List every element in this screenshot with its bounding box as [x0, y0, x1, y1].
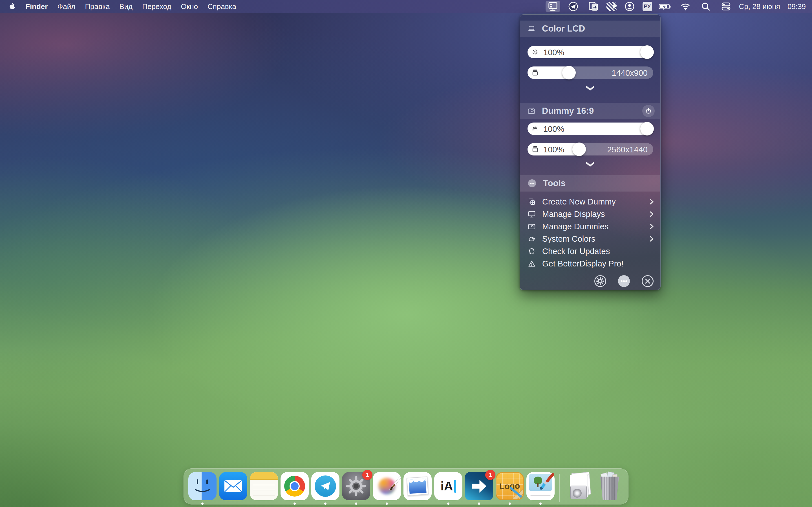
battery-icon[interactable] [658, 1, 672, 12]
brightness-value: 100% [543, 48, 564, 57]
running-indicator [539, 503, 542, 505]
trash-basket [599, 476, 620, 500]
menu-bar-status: РУ [546, 1, 812, 12]
control-center-icon[interactable] [719, 1, 733, 12]
dummy-resolution-slider[interactable]: 100% 2560x1440 [527, 143, 653, 156]
menubar-time: 09:39 [788, 2, 806, 11]
dummy-header: Dummy 16:9 [520, 103, 660, 119]
menu-item-label: Create New Dummy [542, 197, 642, 207]
menu-go[interactable]: Переход [142, 2, 171, 11]
ia-writer-logo-text: iA [441, 479, 453, 493]
text-cursor-bar [454, 480, 456, 493]
dock-paint-app[interactable] [373, 472, 401, 505]
notification-badge: 1 [362, 470, 372, 480]
wifi-icon[interactable] [678, 1, 693, 12]
refresh-icon [527, 247, 536, 256]
menubar-date: Ср, 28 июня [739, 2, 780, 11]
dock-share-arrow-app[interactable]: 1 [465, 472, 493, 505]
menu-item-manage-displays[interactable]: Manage Displays [520, 208, 660, 220]
dock-ia-writer[interactable]: iA [434, 472, 462, 505]
cloud-moon-icon [527, 235, 536, 243]
resolution-icon [531, 69, 539, 78]
resolution-knob[interactable] [572, 143, 586, 156]
dock-system-settings[interactable]: 1 [342, 472, 370, 505]
running-indicator [447, 503, 449, 505]
dock-chrome[interactable] [281, 472, 309, 505]
hard-drive-icon [570, 486, 587, 499]
colorlcd-brightness-slider[interactable]: 100% [527, 46, 653, 58]
running-indicator [386, 503, 388, 505]
menu-bar: Finder Файл Правка Вид Переход Окно Спра… [0, 0, 812, 13]
dock-mail[interactable] [219, 472, 247, 505]
menu-edit[interactable]: Правка [85, 2, 110, 11]
running-indicator [355, 503, 357, 505]
running-indicator [478, 503, 480, 505]
duplicate-plus-icon [527, 198, 536, 206]
dock-backup-paint-app[interactable] [526, 472, 555, 505]
dock-finder[interactable] [188, 472, 216, 505]
input-source-indicator[interactable]: РУ [643, 2, 652, 11]
dock: 1 iA [184, 468, 628, 504]
dummy-power-button[interactable] [642, 105, 655, 117]
betterdisplay-menubar-icon[interactable] [546, 1, 560, 12]
spotlight-search-icon[interactable] [698, 1, 713, 12]
desktop-wallpaper: Finder Файл Правка Вид Переход Окно Спра… [0, 0, 812, 507]
monitor-icon [527, 210, 536, 218]
resolution-value: 1440x900 [612, 68, 648, 78]
dock-image-viewer[interactable] [403, 472, 432, 505]
menu-window[interactable]: Окно [181, 2, 198, 11]
dock-telegram[interactable] [311, 472, 340, 505]
menu-item-create-new-dummy[interactable]: Create New Dummy [520, 195, 660, 208]
striped-screen-menubar-icon[interactable] [606, 2, 617, 11]
menu-item-label: Get BetterDisplay Pro! [542, 259, 655, 269]
submenu-chevron-icon [649, 235, 655, 242]
menu-file[interactable]: Файл [57, 2, 75, 11]
apple-menu-icon[interactable] [8, 2, 16, 11]
dummy-brightness-slider[interactable]: 100% [527, 122, 653, 135]
colorlcd-expand-chevron[interactable] [520, 84, 660, 92]
laptop-display-icon [527, 24, 536, 33]
dock-divider [559, 474, 560, 502]
menu-help[interactable]: Справка [207, 2, 236, 11]
menu-bar-left: Finder Файл Правка Вид Переход Окно Спра… [0, 2, 236, 11]
menu-item-get-betterdisplay-pro[interactable]: Get BetterDisplay Pro! [520, 258, 660, 270]
menu-view[interactable]: Вид [119, 2, 133, 11]
dock-notes[interactable] [250, 472, 278, 505]
dummy-display-icon [527, 107, 536, 115]
display-name: Color LCD [542, 24, 585, 34]
more-options-button[interactable] [617, 275, 630, 288]
app-menu-finder[interactable]: Finder [26, 2, 48, 11]
menu-item-label: Check for Updates [542, 247, 655, 256]
sunrise-brightness-icon [531, 125, 539, 134]
brightness-sun-icon [531, 48, 539, 57]
warning-triangle-icon [527, 260, 536, 268]
brightness-knob[interactable] [640, 45, 654, 59]
running-indicator [509, 503, 511, 505]
menu-item-manage-dummies[interactable]: Manage Dummies [520, 220, 660, 233]
running-indicator [201, 503, 204, 505]
menu-item-check-for-updates[interactable]: Check for Updates [520, 245, 660, 258]
user-account-menubar-icon[interactable] [622, 1, 637, 12]
display-paperclip-icon [527, 222, 536, 231]
tools-ellipsis-icon [527, 179, 537, 188]
settings-gear-button[interactable] [594, 275, 607, 288]
resolution-knob[interactable] [562, 66, 576, 79]
telegram-menubar-icon[interactable] [566, 1, 580, 12]
menubar-clock[interactable]: Ср, 28 июня 09:39 [739, 2, 806, 11]
colorlcd-resolution-slider[interactable]: 1440x900 [527, 66, 653, 79]
resolution-percent-value: 100% [543, 145, 564, 154]
logo-app-text: Logo [499, 481, 520, 492]
close-button[interactable] [641, 275, 654, 288]
dock-trash[interactable] [596, 472, 624, 505]
resolution-value: 2560x1440 [607, 145, 648, 154]
screen-copy-menubar-icon[interactable] [586, 1, 601, 12]
dock-disk-image-stack[interactable] [565, 472, 593, 505]
submenu-chevron-icon [649, 210, 655, 218]
display-name: Dummy 16:9 [542, 106, 594, 116]
brightness-knob[interactable] [640, 122, 654, 135]
menu-item-system-colors[interactable]: System Colors [520, 233, 660, 245]
dummy-expand-chevron[interactable] [520, 161, 660, 168]
submenu-chevron-icon [649, 198, 655, 205]
submenu-chevron-icon [649, 223, 655, 230]
dock-logo-app[interactable]: Logo [496, 472, 524, 505]
